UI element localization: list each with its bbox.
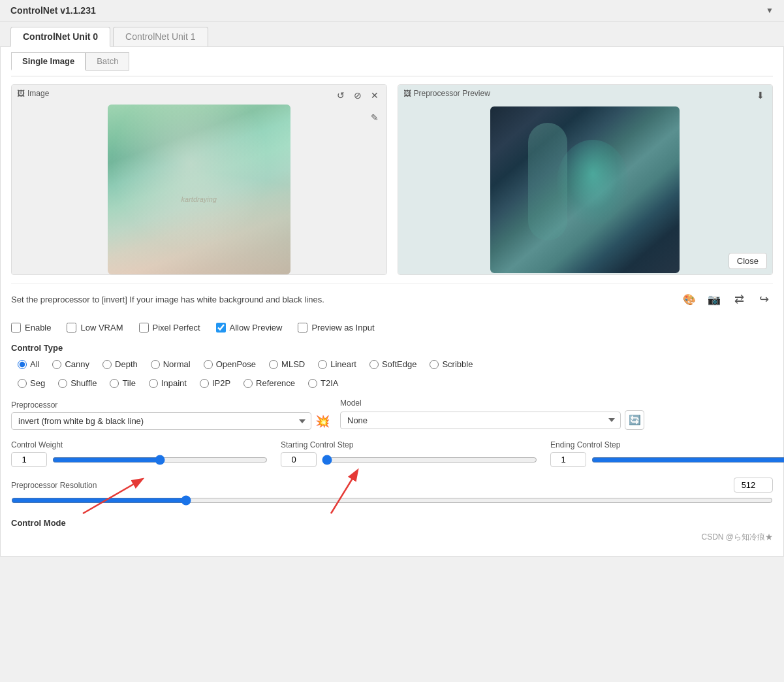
resolution-label: Preprocessor Resolution [11, 481, 97, 490]
panel-header: ControlNet v1.1.231 ▼ [0, 0, 784, 22]
starting-step-input[interactable] [281, 452, 317, 467]
radio-canny[interactable]: Canny [46, 357, 96, 372]
fire-run-icon[interactable]: 💥 [315, 414, 330, 429]
radio-openpose[interactable]: OpenPose [197, 357, 262, 372]
radio-ip2p[interactable]: IP2P [193, 376, 237, 391]
control-mode-label: Control Mode [11, 513, 773, 529]
control-weight-slider-row [11, 452, 268, 467]
radio-mlsd[interactable]: MLSD [262, 357, 311, 372]
radio-reference[interactable]: Reference [237, 376, 302, 391]
preprocessor-group: Preprocessor invert (from white bg & bla… [11, 400, 330, 430]
allow-preview-checkbox[interactable] [216, 323, 226, 333]
preview-image-placeholder [398, 85, 773, 274]
tab-unit1[interactable]: ControlNet Unit 1 [113, 27, 208, 46]
resolution-input[interactable] [734, 478, 773, 493]
selects-row: Preprocessor invert (from white bg & bla… [11, 391, 773, 435]
swap-icon-btn[interactable]: ⇄ [730, 290, 748, 308]
radio-inpaint[interactable]: Inpaint [142, 376, 193, 391]
panel-title: ControlNet v1.1.231 [10, 5, 96, 16]
preprocessor-label: Preprocessor [11, 400, 330, 410]
pixel-perfect-checkbox[interactable] [139, 323, 149, 333]
main-container: ControlNet v1.1.231 ▼ ControlNet Unit 0 … [0, 0, 784, 682]
info-text: Set the preprocessor to [invert] If your… [11, 295, 680, 304]
preview-as-input-checkbox-item[interactable]: Preview as Input [298, 323, 374, 333]
control-weight-group: Control Weight [11, 440, 268, 467]
arrow-icon-btn[interactable]: ↪ [755, 290, 773, 308]
watermark: kartdraying [181, 195, 217, 203]
control-weight-label: Control Weight [11, 440, 268, 449]
ending-step-slider[interactable] [591, 455, 784, 465]
ending-step-slider-row [550, 452, 784, 467]
radio-tile[interactable]: Tile [103, 376, 142, 391]
radio-lineart[interactable]: Lineart [311, 357, 363, 372]
resolution-row: Preprocessor Resolution [11, 472, 773, 513]
low-vram-checkbox-item[interactable]: Low VRAM [67, 323, 123, 333]
footer-credit: CSDN @ら知冷痕★ [701, 532, 773, 543]
pen-icon[interactable]: ✎ [371, 112, 379, 123]
image-controls: ↺ ⊘ ✕ [334, 89, 381, 102]
control-weight-input[interactable] [11, 452, 47, 467]
subtab-single-image[interactable]: Single Image [11, 52, 86, 71]
starting-step-slider[interactable] [322, 455, 537, 465]
model-refresh-btn[interactable]: 🔄 [625, 410, 644, 430]
palette-icon-btn[interactable]: 🎨 [680, 290, 698, 308]
model-select-row: None 🔄 [340, 410, 644, 430]
sliders-row: Control Weight Starting Control Step [11, 435, 773, 472]
control-type-grid: All Canny Depth Normal [11, 357, 773, 391]
control-type-section: Control Type All Canny Depth [11, 338, 773, 391]
low-vram-checkbox[interactable] [67, 323, 76, 333]
preview-as-input-checkbox[interactable] [298, 323, 307, 333]
content-area: Single Image Batch 🖼 Image ↺ ⊘ ✕ [0, 47, 784, 557]
tab-unit0[interactable]: ControlNet Unit 0 [10, 27, 110, 47]
close-img-btn[interactable]: ✕ [368, 89, 381, 102]
preprocessor-select-row: invert (from white bg & black line) 💥 [11, 412, 330, 430]
checkboxes-row: Enable Low VRAM Pixel Perfect Allow Prev… [11, 315, 773, 338]
tabs-row: ControlNet Unit 0 ControlNet Unit 1 [0, 22, 784, 47]
close-preview-btn[interactable]: Close [729, 253, 767, 269]
starting-step-group: Starting Control Step [281, 440, 537, 467]
glow-effect [557, 140, 629, 225]
ending-step-group: Ending Control Step [550, 440, 784, 467]
control-type-label: Control Type [11, 338, 773, 357]
sliders-container: Control Weight Starting Control Step [11, 435, 773, 513]
model-label: Model [340, 398, 644, 408]
resolution-slider[interactable] [11, 495, 773, 506]
control-type-row2: Seg Shuffle Tile Inpaint [11, 376, 773, 391]
subtab-batch[interactable]: Batch [86, 52, 129, 71]
hair-effect [528, 123, 567, 240]
allow-preview-checkbox-item[interactable]: Allow Preview [216, 323, 283, 333]
image-label: 🖼 Image [17, 89, 49, 98]
enable-checkbox-item[interactable]: Enable [11, 323, 51, 333]
radio-softedge[interactable]: SoftEdge [363, 357, 424, 372]
ending-step-input[interactable] [550, 452, 586, 467]
model-group: Model None 🔄 [340, 398, 644, 430]
radio-shuffle[interactable]: Shuffle [52, 376, 103, 391]
ending-step-label: Ending Control Step [550, 440, 784, 449]
footer-row: CSDN @ら知冷痕★ [11, 529, 773, 545]
radio-scribble[interactable]: Scribble [423, 357, 479, 372]
control-weight-slider[interactable] [52, 455, 268, 465]
download-preview-btn[interactable]: ⬇ [754, 89, 767, 102]
enable-checkbox[interactable] [11, 323, 21, 333]
radio-seg[interactable]: Seg [11, 376, 52, 391]
undo-btn[interactable]: ↺ [334, 89, 347, 102]
pixel-perfect-checkbox-item[interactable]: Pixel Perfect [139, 323, 200, 333]
preview-teal-image [490, 106, 680, 273]
radio-all[interactable]: All [11, 357, 46, 372]
input-image-placeholder[interactable]: kartdraying ✎ [12, 85, 386, 274]
radio-normal[interactable]: Normal [144, 357, 197, 372]
model-dropdown[interactable]: None [340, 412, 621, 429]
image-icon: 🖼 [17, 89, 25, 98]
preview-label: 🖼 Preprocessor Preview [403, 89, 490, 98]
radio-t2ia[interactable]: T2IA [302, 376, 345, 391]
resolution-top: Preprocessor Resolution [11, 478, 773, 493]
preview-controls: ⬇ [754, 89, 767, 102]
input-image-panel: 🖼 Image ↺ ⊘ ✕ kartdraying ✎ [11, 84, 387, 275]
control-type-row1: All Canny Depth Normal [11, 357, 773, 372]
preprocessor-dropdown[interactable]: invert (from white bg & black line) [11, 412, 311, 430]
clear-btn[interactable]: ⊘ [351, 89, 364, 102]
panel-chevron-icon[interactable]: ▼ [766, 6, 774, 15]
subtabs-row: Single Image Batch [11, 47, 773, 76]
camera-icon-btn[interactable]: 📷 [705, 290, 723, 308]
radio-depth[interactable]: Depth [96, 357, 144, 372]
